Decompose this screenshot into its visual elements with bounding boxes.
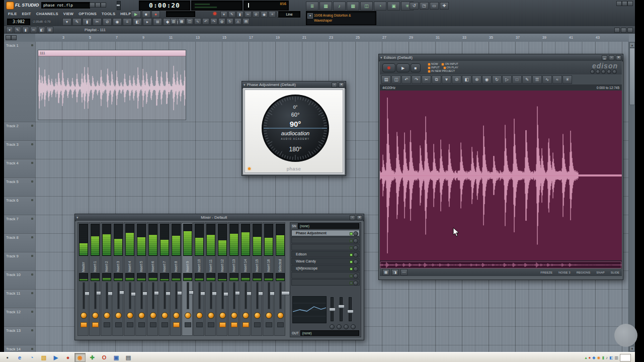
ed-redo-icon[interactable]: ↷ [412, 75, 421, 84]
ed-file-icon[interactable]: ▤ [381, 75, 391, 84]
volume-fader[interactable] [279, 282, 282, 309]
tray-icon-4[interactable]: ◉ [597, 355, 600, 360]
track-led-icon[interactable] [31, 348, 33, 350]
pan-knob[interactable] [173, 312, 180, 319]
project-info-icon[interactable]: ◔ [374, 2, 386, 11]
fx-enable-button[interactable] [173, 322, 180, 327]
fx-enable-button[interactable] [231, 322, 237, 327]
track-led-icon[interactable] [31, 218, 33, 220]
menu-edit[interactable]: EDIT [22, 12, 31, 16]
slot-enable-led[interactable] [350, 267, 353, 270]
taskbar-app-blue[interactable]: ▣ [111, 353, 122, 362]
track-header-10[interactable]: Track 10 [4, 271, 35, 290]
fx-enable-button[interactable] [92, 322, 99, 327]
volume-fader[interactable] [175, 282, 178, 309]
volume-fader[interactable] [129, 282, 131, 309]
slot-mix-knob[interactable] [353, 281, 358, 286]
taskbar-openoffice[interactable]: O [99, 353, 110, 362]
track-header-7[interactable]: Track 7 [4, 215, 35, 234]
rec-new-project-option[interactable]: IN NEW PROJECT [428, 69, 455, 73]
swing-icon[interactable]: ∿ [194, 18, 201, 25]
fx-enable-button[interactable] [243, 322, 249, 327]
snap-tool-icon[interactable]: ⊞ [153, 18, 162, 26]
track-menu-button[interactable] [6, 35, 11, 40]
mixer-close-button[interactable]: ✕ [357, 215, 362, 220]
taskbar-fl-studio[interactable]: ◉ [74, 353, 86, 362]
pan-knob[interactable] [92, 312, 99, 319]
track-header-1[interactable]: Track 1 [4, 42, 35, 122]
overview-viewport[interactable] [380, 261, 621, 268]
track-header-11[interactable]: Track 11 [4, 290, 35, 308]
slide-tool-icon[interactable]: ≡ [123, 18, 132, 26]
eq-mid-slider[interactable] [340, 297, 343, 321]
volume-fader[interactable] [152, 282, 154, 309]
volume-fader[interactable] [83, 282, 85, 309]
mixer-strip-master[interactable]: Master [77, 222, 89, 336]
track-led-icon[interactable] [31, 311, 33, 313]
track-led-icon[interactable] [31, 329, 33, 331]
menu-file[interactable]: FILE [8, 12, 17, 16]
edison-titlebar[interactable]: ▾ Edison (Default) ▁ ▫ ✕ [379, 54, 623, 61]
track-led-icon[interactable] [31, 125, 33, 127]
rec-now-option[interactable]: NOW [428, 62, 438, 66]
pan-knob[interactable] [196, 312, 203, 319]
fx-slot-4[interactable]: Edison [291, 251, 360, 257]
mixer-strip-insert-9[interactable]: Insert 9 [182, 222, 193, 336]
taskbar-app-green[interactable]: ✚ [87, 353, 98, 362]
mixer-strip-insert-16[interactable]: Insert 16 [263, 222, 274, 336]
fx-slot-3[interactable] [291, 244, 360, 250]
rec-input-option[interactable]: INPUT [428, 66, 440, 69]
ed-status-more-icon[interactable]: ᠁ [400, 269, 408, 276]
fader-knob[interactable] [281, 291, 290, 295]
slider-handle[interactable] [117, 5, 120, 6]
mixer-strip-insert-1[interactable]: Insert 1 [89, 222, 100, 336]
mixer-strip-insert-12[interactable]: Insert 12 [216, 222, 227, 336]
track-header-8[interactable]: Track 8 [4, 234, 35, 252]
ed-loop-icon[interactable]: ↻ [492, 75, 502, 84]
metronome-icon[interactable]: ◬ [234, 18, 242, 25]
slot-enable-led[interactable] [350, 239, 353, 242]
track-header-12[interactable]: Track 12 [4, 308, 35, 327]
fx-enable-button[interactable] [266, 322, 272, 327]
menu-channels[interactable]: CHANNELS [36, 12, 58, 16]
pan-knob[interactable] [208, 312, 214, 319]
fx-enable-button[interactable] [196, 322, 203, 327]
eq-high-slider[interactable] [349, 297, 352, 321]
playlist-vscrollbar[interactable]: ▲ ▼ [628, 42, 635, 352]
mixer-strip-insert-14[interactable]: Insert 14 [239, 222, 251, 336]
loop-icon[interactable]: ↻ [226, 18, 233, 25]
phase-close-button[interactable]: ✕ [339, 82, 344, 87]
tray-icon-8[interactable]: ▥ [614, 355, 618, 360]
track-led-icon[interactable] [31, 162, 33, 164]
pan-knob[interactable] [115, 312, 122, 319]
fx-enable-button[interactable] [208, 322, 214, 327]
volume-fader[interactable] [221, 282, 224, 309]
taskbar-chrome[interactable]: ◔ [26, 353, 37, 362]
pl-pointer-icon[interactable]: ▾ [6, 27, 13, 33]
fx-enable-button[interactable] [80, 322, 87, 327]
volume-fader[interactable] [210, 282, 212, 309]
fx-slot-5[interactable]: Wave Candy [291, 258, 360, 264]
playlist-detach-button[interactable] [614, 28, 620, 33]
pencil-tool-icon[interactable]: ✎ [72, 18, 82, 26]
ed-play-icon[interactable]: ▷ [502, 75, 512, 84]
slot-mix-knob[interactable] [353, 252, 358, 257]
pan-knob[interactable] [266, 312, 272, 319]
menu-tools[interactable]: TOOLS [102, 12, 115, 16]
volume-fader[interactable] [256, 282, 259, 309]
edison-play-button[interactable]: ▶ [396, 63, 410, 72]
slider-handle[interactable] [329, 308, 336, 311]
mixer-strip-insert-3[interactable]: Insert 3 [112, 222, 123, 336]
fx-enable-button[interactable] [104, 322, 110, 327]
tray-icon-3[interactable]: ◆ [592, 355, 595, 360]
pan-knob[interactable] [162, 312, 168, 319]
track-led-icon[interactable] [31, 236, 33, 238]
track-led-icon[interactable] [31, 255, 33, 257]
fx-slot-8[interactable] [291, 279, 360, 286]
volume-fader[interactable] [117, 282, 120, 309]
track-header-5[interactable]: Track 5 [4, 178, 35, 197]
volume-fader[interactable] [187, 282, 189, 309]
ed-eq-icon[interactable]: ≈ [552, 75, 562, 84]
fx-enable-button[interactable] [150, 322, 156, 327]
pl-cut-icon[interactable]: ✂ [30, 27, 37, 33]
